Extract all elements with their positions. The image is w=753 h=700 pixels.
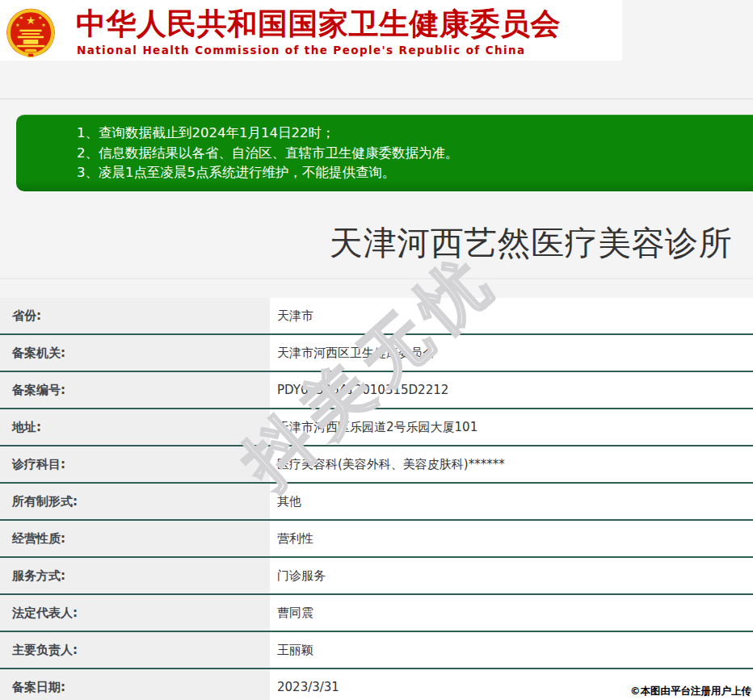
record-table: 省份: 天津市 备案机关: 天津市河西区卫生健康委员会 备案编号: PDY663… <box>0 298 753 700</box>
table-row: 服务方式: 门诊服务 <box>0 558 753 595</box>
table-row: 主要负责人: 王丽颖 <box>0 632 753 669</box>
row-label: 地址: <box>0 409 270 445</box>
svg-text:★: ★ <box>41 22 46 27</box>
prc-national-emblem-icon: ★ ★ ★ ★ ★ <box>6 2 56 65</box>
row-label: 备案编号: <box>0 372 270 408</box>
row-value: 天津市 <box>270 298 753 333</box>
row-value: 曹同震 <box>270 595 753 631</box>
site-title-chinese: 中华人民共和国国家卫生健康委员会 <box>76 4 561 44</box>
row-label: 法定代表人: <box>0 595 270 631</box>
row-label: 省份: <box>0 298 270 333</box>
row-value: 营利性 <box>270 521 753 556</box>
row-value: 医疗美容科(美容外科、美容皮肤科)****** <box>270 446 753 482</box>
site-header: ★ ★ ★ ★ ★ 中华人民共和国国家卫生健康委员会 National Heal… <box>0 0 622 61</box>
table-row: 法定代表人: 曹同震 <box>0 595 753 632</box>
notice-banner: 1、查询数据截止到2024年1月14日22时； 2、信息数据结果以各省、自治区、… <box>16 115 753 191</box>
svg-text:★: ★ <box>26 14 36 27</box>
copyright-watermark: ©本图由平台注册用户上传 <box>630 685 751 698</box>
row-value: PDY66396412010315D2212 <box>270 372 753 408</box>
row-label: 经营性质: <box>0 521 270 556</box>
section-divider <box>0 278 753 279</box>
row-label: 主要负责人: <box>0 632 270 668</box>
table-row: 经营性质: 营利性 <box>0 521 753 558</box>
row-label: 服务方式: <box>0 558 270 593</box>
table-row: 备案编号: PDY66396412010315D2212 <box>0 372 753 409</box>
notice-line-1: 1、查询数据截止到2024年1月14日22时； <box>77 124 745 144</box>
row-value: 其他 <box>270 484 753 519</box>
institution-name: 天津河西艺然医疗美容诊所 <box>0 221 732 266</box>
table-row: 备案机关: 天津市河西区卫生健康委员会 <box>0 335 753 372</box>
svg-text:★: ★ <box>19 15 23 20</box>
row-value: 王丽颖 <box>270 632 753 668</box>
svg-text:★: ★ <box>15 22 20 27</box>
row-label: 所有制形式: <box>0 484 270 519</box>
notice-line-2: 2、信息数据结果以各省、自治区、直辖市卫生健康委数据为准。 <box>77 144 745 164</box>
row-value: 天津市河西区乐园道2号乐园大厦101 <box>270 409 753 445</box>
svg-text:★: ★ <box>38 15 43 20</box>
table-row: 省份: 天津市 <box>0 298 753 335</box>
row-label: 诊疗科目: <box>0 446 270 482</box>
table-row: 所有制形式: 其他 <box>0 484 753 521</box>
table-row: 地址: 天津市河西区乐园道2号乐园大厦101 <box>0 409 753 446</box>
row-label: 备案日期: <box>0 669 270 700</box>
table-row: 诊疗科目: 医疗美容科(美容外科、美容皮肤科)****** <box>0 446 753 484</box>
notice-line-3: 3、凌晨1点至凌晨5点系统进行维护，不能提供查询。 <box>77 163 745 183</box>
row-label: 备案机关: <box>0 335 270 371</box>
site-title-english: National Health Commission of the People… <box>77 44 526 57</box>
header-divider <box>0 99 753 99</box>
row-value: 天津市河西区卫生健康委员会 <box>270 335 753 371</box>
row-value: 门诊服务 <box>270 558 753 593</box>
